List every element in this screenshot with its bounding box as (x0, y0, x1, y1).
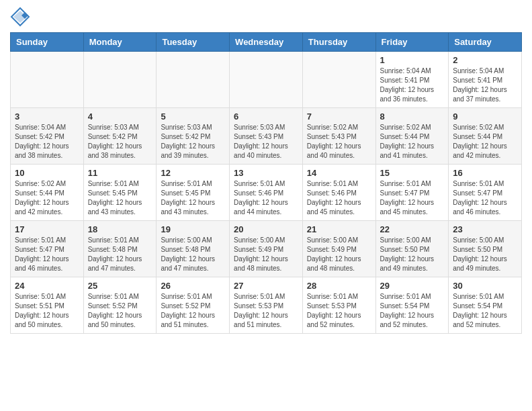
day-number: 9 (453, 111, 517, 122)
calendar-week-row: 24Sunrise: 5:01 AM Sunset: 5:51 PM Dayli… (11, 277, 522, 334)
day-info: Sunrise: 5:03 AM Sunset: 5:42 PM Dayligh… (88, 123, 152, 161)
day-number: 26 (161, 281, 225, 291)
calendar-cell: 19Sunrise: 5:00 AM Sunset: 5:48 PM Dayli… (157, 221, 230, 277)
calendar-cell: 10Sunrise: 5:02 AM Sunset: 5:44 PM Dayli… (11, 165, 84, 221)
day-info: Sunrise: 5:02 AM Sunset: 5:44 PM Dayligh… (15, 179, 79, 217)
day-info: Sunrise: 5:02 AM Sunset: 5:43 PM Dayligh… (307, 123, 371, 161)
day-number: 24 (15, 281, 79, 291)
day-number: 15 (380, 168, 445, 178)
day-number: 28 (307, 281, 371, 291)
calendar-cell: 1Sunrise: 5:04 AM Sunset: 5:41 PM Daylig… (375, 52, 449, 108)
day-info: Sunrise: 5:02 AM Sunset: 5:44 PM Dayligh… (380, 123, 445, 161)
day-info: Sunrise: 5:01 AM Sunset: 5:47 PM Dayligh… (15, 236, 79, 273)
day-info: Sunrise: 5:01 AM Sunset: 5:45 PM Dayligh… (161, 179, 225, 217)
day-number: 13 (234, 168, 298, 178)
calendar-cell: 5Sunrise: 5:03 AM Sunset: 5:42 PM Daylig… (157, 108, 230, 165)
day-number: 27 (234, 281, 298, 291)
calendar-week-row: 1Sunrise: 5:04 AM Sunset: 5:41 PM Daylig… (11, 52, 522, 108)
calendar-cell: 4Sunrise: 5:03 AM Sunset: 5:42 PM Daylig… (83, 108, 157, 165)
calendar-cell: 14Sunrise: 5:01 AM Sunset: 5:46 PM Dayli… (302, 165, 375, 221)
calendar-cell: 20Sunrise: 5:00 AM Sunset: 5:49 PM Dayli… (230, 221, 303, 277)
calendar-cell: 6Sunrise: 5:03 AM Sunset: 5:43 PM Daylig… (230, 108, 303, 165)
day-info: Sunrise: 5:02 AM Sunset: 5:44 PM Dayligh… (453, 123, 517, 161)
header (10, 7, 522, 27)
calendar-header-row: SundayMondayTuesdayWednesdayThursdayFrid… (11, 33, 522, 52)
calendar-cell: 11Sunrise: 5:01 AM Sunset: 5:45 PM Dayli… (83, 165, 157, 221)
calendar-cell (230, 52, 303, 108)
calendar-cell (157, 52, 230, 108)
column-header-sunday: Sunday (11, 33, 84, 52)
day-info: Sunrise: 5:01 AM Sunset: 5:53 PM Dayligh… (234, 292, 298, 330)
calendar-cell: 12Sunrise: 5:01 AM Sunset: 5:45 PM Dayli… (157, 165, 230, 221)
day-info: Sunrise: 5:01 AM Sunset: 5:54 PM Dayligh… (380, 292, 445, 330)
calendar-cell: 23Sunrise: 5:00 AM Sunset: 5:50 PM Dayli… (449, 221, 522, 277)
day-number: 25 (88, 281, 152, 291)
day-number: 12 (161, 168, 225, 178)
day-number: 30 (453, 281, 517, 291)
calendar-cell: 8Sunrise: 5:02 AM Sunset: 5:44 PM Daylig… (375, 108, 449, 165)
column-header-saturday: Saturday (449, 33, 522, 52)
day-info: Sunrise: 5:01 AM Sunset: 5:54 PM Dayligh… (453, 292, 517, 330)
calendar-cell: 30Sunrise: 5:01 AM Sunset: 5:54 PM Dayli… (449, 277, 522, 334)
column-header-friday: Friday (375, 33, 449, 52)
day-number: 1 (380, 55, 445, 65)
calendar-cell: 15Sunrise: 5:01 AM Sunset: 5:47 PM Dayli… (375, 165, 449, 221)
day-info: Sunrise: 5:04 AM Sunset: 5:41 PM Dayligh… (380, 66, 445, 104)
day-info: Sunrise: 5:01 AM Sunset: 5:45 PM Dayligh… (88, 179, 152, 217)
calendar-cell: 22Sunrise: 5:00 AM Sunset: 5:50 PM Dayli… (375, 221, 449, 277)
day-info: Sunrise: 5:01 AM Sunset: 5:47 PM Dayligh… (380, 179, 445, 217)
day-number: 18 (88, 224, 152, 234)
day-number: 5 (161, 111, 225, 122)
calendar-week-row: 10Sunrise: 5:02 AM Sunset: 5:44 PM Dayli… (11, 165, 522, 221)
day-number: 8 (380, 111, 445, 122)
day-number: 7 (307, 111, 371, 122)
calendar-cell: 18Sunrise: 5:01 AM Sunset: 5:48 PM Dayli… (83, 221, 157, 277)
day-number: 22 (380, 224, 445, 234)
day-number: 14 (307, 168, 371, 178)
day-info: Sunrise: 5:03 AM Sunset: 5:43 PM Dayligh… (234, 123, 298, 161)
column-header-tuesday: Tuesday (157, 33, 230, 52)
day-info: Sunrise: 5:01 AM Sunset: 5:52 PM Dayligh… (88, 292, 152, 330)
page-container: SundayMondayTuesdayWednesdayThursdayFrid… (0, 0, 532, 344)
day-number: 17 (15, 224, 79, 234)
calendar-cell: 16Sunrise: 5:01 AM Sunset: 5:47 PM Dayli… (449, 165, 522, 221)
day-number: 21 (307, 224, 371, 234)
day-number: 29 (380, 281, 445, 291)
logo (10, 7, 32, 27)
calendar-cell: 9Sunrise: 5:02 AM Sunset: 5:44 PM Daylig… (449, 108, 522, 165)
day-info: Sunrise: 5:01 AM Sunset: 5:47 PM Dayligh… (453, 179, 517, 217)
day-number: 3 (15, 111, 79, 122)
calendar-cell: 25Sunrise: 5:01 AM Sunset: 5:52 PM Dayli… (83, 277, 157, 334)
day-info: Sunrise: 5:00 AM Sunset: 5:48 PM Dayligh… (161, 236, 225, 273)
calendar-cell: 24Sunrise: 5:01 AM Sunset: 5:51 PM Dayli… (11, 277, 84, 334)
calendar-cell: 13Sunrise: 5:01 AM Sunset: 5:46 PM Dayli… (230, 165, 303, 221)
day-number: 19 (161, 224, 225, 234)
logo-icon (10, 7, 30, 27)
calendar-cell: 29Sunrise: 5:01 AM Sunset: 5:54 PM Dayli… (375, 277, 449, 334)
calendar-cell: 7Sunrise: 5:02 AM Sunset: 5:43 PM Daylig… (302, 108, 375, 165)
calendar-week-row: 3Sunrise: 5:04 AM Sunset: 5:42 PM Daylig… (11, 108, 522, 165)
day-number: 6 (234, 111, 298, 122)
calendar-cell: 28Sunrise: 5:01 AM Sunset: 5:53 PM Dayli… (302, 277, 375, 334)
day-number: 10 (15, 168, 79, 178)
day-info: Sunrise: 5:00 AM Sunset: 5:49 PM Dayligh… (307, 236, 371, 273)
day-number: 11 (88, 168, 152, 178)
day-info: Sunrise: 5:01 AM Sunset: 5:51 PM Dayligh… (15, 292, 79, 330)
day-info: Sunrise: 5:00 AM Sunset: 5:50 PM Dayligh… (380, 236, 445, 273)
calendar-cell: 27Sunrise: 5:01 AM Sunset: 5:53 PM Dayli… (230, 277, 303, 334)
calendar-cell (11, 52, 84, 108)
day-info: Sunrise: 5:00 AM Sunset: 5:50 PM Dayligh… (453, 236, 517, 273)
calendar-cell: 2Sunrise: 5:04 AM Sunset: 5:41 PM Daylig… (449, 52, 522, 108)
day-info: Sunrise: 5:01 AM Sunset: 5:48 PM Dayligh… (88, 236, 152, 273)
column-header-wednesday: Wednesday (230, 33, 303, 52)
day-number: 2 (453, 55, 517, 65)
calendar-cell: 3Sunrise: 5:04 AM Sunset: 5:42 PM Daylig… (11, 108, 84, 165)
calendar-week-row: 17Sunrise: 5:01 AM Sunset: 5:47 PM Dayli… (11, 221, 522, 277)
calendar-cell (83, 52, 157, 108)
day-info: Sunrise: 5:01 AM Sunset: 5:46 PM Dayligh… (307, 179, 371, 217)
day-number: 23 (453, 224, 517, 234)
day-info: Sunrise: 5:01 AM Sunset: 5:53 PM Dayligh… (307, 292, 371, 330)
day-info: Sunrise: 5:01 AM Sunset: 5:46 PM Dayligh… (234, 179, 298, 217)
day-number: 20 (234, 224, 298, 234)
day-info: Sunrise: 5:00 AM Sunset: 5:49 PM Dayligh… (234, 236, 298, 273)
